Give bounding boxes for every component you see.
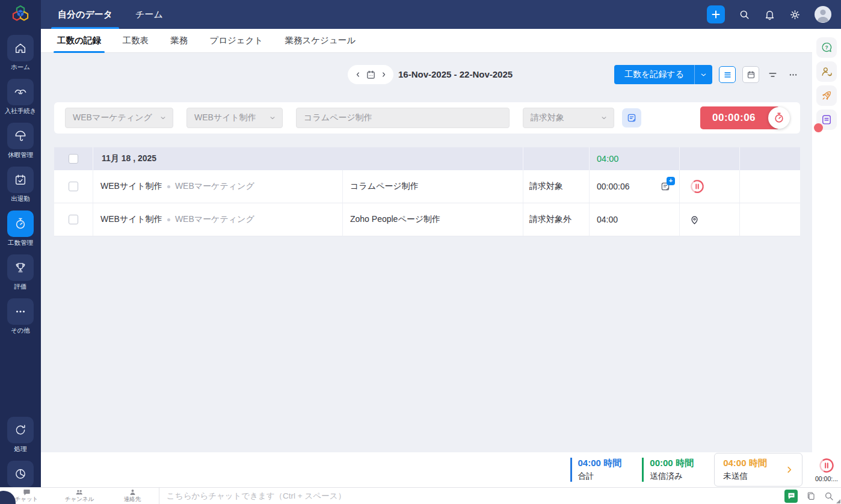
user-avatar[interactable] [815, 6, 831, 23]
group-checkbox[interactable] [69, 154, 78, 164]
list-view-button[interactable] [719, 66, 736, 83]
topbar: 自分のデータ チーム [41, 0, 841, 29]
dot-separator [167, 185, 170, 188]
chevron-down-icon [600, 114, 608, 121]
pie-chart-icon [7, 461, 34, 487]
calendar-view-button[interactable] [742, 66, 759, 83]
summary-unsent-button[interactable]: 04:00 時間 未送信 [714, 453, 802, 487]
next-week-chevron-icon[interactable] [380, 71, 387, 78]
description-note-icon [626, 112, 637, 123]
mini-timer-widget[interactable]: 00:00:... [812, 457, 841, 482]
filter-icon[interactable] [766, 70, 780, 80]
help-chat-icon[interactable]: ? [816, 37, 837, 58]
date-range-label: 16-Nov-2025 - 22-Nov-2025 [398, 65, 513, 84]
tab-my-data[interactable]: 自分のデータ [46, 0, 124, 29]
project-select[interactable]: WEBサイト制作 [186, 108, 283, 128]
clipboard-icon[interactable] [806, 491, 816, 501]
trophy-icon [7, 254, 34, 281]
sidebar-item-attendance[interactable]: 出退勤 [7, 167, 34, 203]
time-log-table: 11月 18 , 2025 04:00 WEBサイト制作 WEBマーケティング … [54, 147, 800, 236]
add-description-button[interactable] [622, 108, 641, 128]
svg-text:?: ? [825, 45, 828, 51]
plus-icon [711, 10, 721, 19]
subtab-time-logs[interactable]: 工数の記録 [46, 29, 112, 52]
subtab-projects[interactable]: プロジェクト [199, 29, 274, 52]
resize-handle[interactable] [836, 499, 840, 503]
rocket-icon[interactable] [816, 85, 837, 106]
subtab-jobs[interactable]: 業務 [159, 29, 199, 52]
settings-gear-icon[interactable] [789, 9, 801, 20]
left-sidebar: ホーム 入社手続き 休暇管理 出退勤 工数管理 [0, 0, 41, 487]
sidebar-item-label: 工数管理 [8, 239, 33, 247]
billable-status: 請求対象外 [529, 214, 571, 225]
sync-icon [7, 417, 34, 443]
job-name: コラムページ制作 [350, 181, 419, 192]
app-logo[interactable] [0, 0, 41, 29]
subtab-job-schedule[interactable]: 業務スケジュール [274, 29, 366, 52]
sidebar-item-label: 休暇管理 [8, 151, 33, 159]
chevron-down-icon [159, 114, 167, 121]
sidebar-item-leave[interactable]: 休暇管理 [7, 123, 34, 159]
contacts-tab[interactable]: 連絡先 [106, 488, 159, 504]
list-view-icon [723, 70, 732, 79]
search-icon[interactable] [739, 9, 750, 20]
calendar-icon[interactable] [366, 70, 376, 80]
sidebar-item-timesheets[interactable]: 工数管理 [7, 211, 34, 247]
cliq-chat-icon[interactable] [784, 490, 798, 503]
chat-message-input[interactable] [159, 488, 784, 504]
chat-bar-actions [784, 490, 841, 503]
summary-submitted: 00:00 時間 送信済み [642, 458, 694, 482]
summary-submitted-label: 送信済み [650, 471, 694, 482]
project-name: WEBサイト制作 [100, 214, 162, 225]
notifications-bell-icon[interactable] [764, 9, 775, 20]
sidebar-item-label: 評価 [14, 283, 27, 291]
ellipsis-icon [7, 298, 34, 325]
topbar-actions [707, 5, 841, 23]
group-date-label: 11月 18 , 2025 [93, 153, 156, 164]
add-button[interactable] [707, 5, 725, 23]
add-note-button[interactable]: + [660, 181, 671, 192]
hours-value: 00:00:06 [597, 182, 630, 191]
pause-timer-button[interactable] [689, 179, 705, 194]
hours-value: 04:00 [597, 215, 618, 224]
umbrella-icon [7, 123, 34, 149]
sidebar-nav: ホーム 入社手続き 休暇管理 出退勤 工数管理 [0, 29, 41, 504]
notification-dot [814, 123, 823, 132]
user-sync-icon[interactable] [816, 61, 837, 82]
billable-select[interactable]: 請求対象 [523, 108, 614, 128]
sidebar-item-performance[interactable]: 評価 [7, 254, 34, 291]
log-time-dropdown-button[interactable] [694, 65, 712, 84]
tab-team[interactable]: チーム [124, 0, 174, 29]
subtab-timesheets[interactable]: 工数表 [112, 29, 160, 52]
channels-tab[interactable]: チャンネル [53, 488, 106, 504]
stop-timer-button[interactable] [768, 107, 790, 129]
sidebar-item-label: ホーム [11, 63, 30, 72]
row-checkbox[interactable] [69, 215, 78, 224]
sidebar-item-operations[interactable]: 処理 [7, 417, 34, 453]
summary-total: 04:00 時間 合計 [570, 458, 622, 482]
zoho-people-logo-icon [10, 4, 31, 25]
group-total-hours: 04:00 [590, 154, 618, 164]
sidebar-item-home[interactable]: ホーム [7, 35, 34, 72]
sidebar-item-more[interactable]: その他 [7, 298, 34, 335]
sidebar-item-label: 処理 [14, 445, 27, 453]
sidebar-item-label: 入社手続き [5, 107, 37, 115]
chevron-right-icon [785, 466, 793, 474]
log-time-button[interactable]: 工数を記録する [614, 65, 694, 84]
sidebar-item-onboarding[interactable]: 入社手続き [5, 79, 37, 115]
search-magnifier-icon[interactable] [824, 491, 834, 501]
prev-week-chevron-icon[interactable] [354, 71, 362, 78]
table-group-header: 11月 18 , 2025 04:00 [54, 147, 800, 170]
table-row[interactable]: WEBサイト制作 WEBマーケティング コラムページ制作 請求対象 00:00:… [54, 170, 800, 203]
topbar-tabs: 自分のデータ チーム [46, 0, 174, 29]
location-pin-icon[interactable] [689, 215, 700, 225]
more-options-icon[interactable] [786, 70, 800, 80]
summary-unsent-label: 未送信 [723, 471, 767, 482]
job-name-input[interactable] [296, 108, 510, 128]
client-select[interactable]: WEBマーケティング [65, 108, 173, 128]
notes-icon[interactable] [816, 109, 837, 130]
main-content: 16-Nov-2025 - 22-Nov-2025 工数を記録する WEBマーケ… [41, 53, 812, 452]
running-timer[interactable]: 00:00:06 [700, 106, 780, 129]
row-checkbox[interactable] [69, 182, 78, 191]
table-row[interactable]: WEBサイト制作 WEBマーケティング Zoho Peopleページ制作 請求対… [54, 203, 800, 236]
